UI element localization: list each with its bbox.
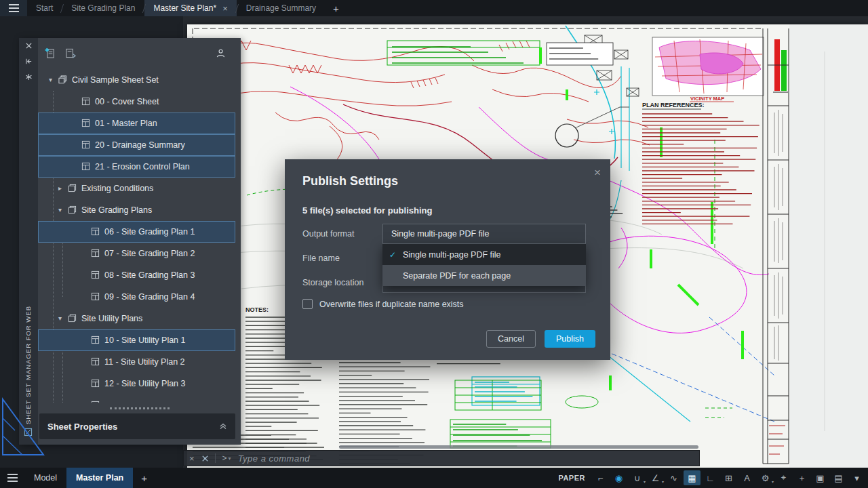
sheet-icon	[91, 292, 100, 301]
chevron-down-icon: ▾	[229, 455, 231, 462]
subobject-selection-icon[interactable]: ⌐	[592, 470, 609, 485]
sheet-icon	[91, 249, 100, 258]
close-dialog-icon[interactable]: ×	[594, 166, 601, 180]
tree-item-label: 09 - Site Grading Plan 4	[104, 292, 195, 302]
sheet-set-icon	[58, 75, 67, 84]
tree-item-label: 10 - Site Utility Plan 1	[104, 336, 186, 345]
chevron-down-icon: ▾	[644, 479, 646, 484]
tab-site-grading-plan[interactable]: Site Grading Plan	[62, 0, 144, 16]
chevron-down-icon[interactable]: ▾	[49, 76, 58, 83]
dropdown-option-separate-pdf-for-each-page[interactable]: Separate PDF for each page	[382, 265, 586, 286]
new-layout-button[interactable]: +	[133, 468, 155, 488]
overwrite-checkbox-label: Overwrite files if duplicate name exists	[319, 300, 464, 309]
paper-space-toggle[interactable]: PAPER	[558, 474, 585, 482]
layers-icon[interactable]: ▤	[830, 470, 847, 485]
close-panel-button[interactable]	[19, 38, 38, 54]
tree-item-10-site-utility-plan-1[interactable]: 10 - Site Utility Plan 1	[38, 329, 235, 351]
close-tab-icon[interactable]: ×	[222, 3, 228, 14]
overwrite-checkbox[interactable]	[302, 299, 313, 309]
sheet-icon	[91, 227, 100, 236]
command-input[interactable]: Type a command	[238, 453, 310, 464]
tab-label: Master Site Plan*	[153, 3, 216, 13]
select-value: Single multi-page PDF file	[391, 229, 490, 239]
app-menu-button[interactable]	[0, 0, 27, 16]
sheet-icon	[81, 140, 90, 149]
panel-resize-handle[interactable]	[38, 403, 241, 413]
checkmark-icon: ✓	[382, 250, 403, 260]
tree-item-folder-site-utility-plans[interactable]: ▾Site Utility Plans	[38, 308, 235, 329]
grid-display-icon[interactable]: ▦	[684, 470, 701, 485]
sketch-mode-icon[interactable]: ∿	[665, 470, 682, 485]
command-bar: × > ▾ Type a command	[183, 450, 700, 466]
settings-gear-icon[interactable]: ⚙▾	[757, 470, 774, 485]
tab-label: Site Grading Plan	[71, 3, 135, 13]
tree-item-sheet-set[interactable]: ▾Civil Sample Sheet Set	[38, 69, 235, 91]
tree-item-09-site-grading-plan-4[interactable]: 09 - Site Grading Plan 4	[38, 286, 235, 308]
chevron-down-icon[interactable]: ▾	[58, 314, 68, 322]
viewports-icon[interactable]: ⊞	[720, 470, 737, 485]
tree-item-07-site-grading-plan-2[interactable]: 07 - Site Grading Plan 2	[38, 243, 235, 264]
cancel-button[interactable]: Cancel	[486, 330, 536, 348]
output-format-label: Output format	[302, 229, 382, 239]
tree-item-20-drainage-summary[interactable]: 20 - Drainage Summary	[38, 134, 235, 156]
tree-item-06-site-grading-plan-1[interactable]: 06 - Site Grading Plan 1	[38, 221, 235, 243]
status-bar: Model Master Plan + PAPER ⌐◉∪▾∠▾∿▦∟⊞A⚙▾⌖…	[0, 468, 868, 488]
tab-start[interactable]: Start	[27, 0, 62, 16]
top-tab-bar: StartSite Grading PlanMaster Site Plan*×…	[0, 0, 868, 16]
chevron-up-double-icon	[219, 420, 227, 432]
tree-item-08-site-grading-plan-3[interactable]: 08 - Site Grading Plan 3	[38, 264, 235, 286]
panel-content: ▾Civil Sample Sheet Set00 - Cover Sheet0…	[38, 38, 241, 445]
tree-item-label: 00 - Cover Sheet	[95, 97, 159, 106]
chevron-down-icon: ▾	[772, 479, 774, 484]
collapse-panel-button[interactable]	[19, 54, 38, 69]
sheet-properties-bar[interactable]: Sheet Properties	[39, 413, 235, 439]
tree-item-12-site-utility-plan-3[interactable]: 12 - Site Utility Plan 3	[38, 373, 235, 394]
account-icon[interactable]	[216, 48, 226, 58]
dynamic-input-icon[interactable]: ⌖	[775, 470, 792, 485]
output-format-dropdown: ✓Single multi-page PDF fileSeparate PDF …	[382, 244, 586, 286]
more-tools-icon[interactable]: ▾	[848, 470, 865, 485]
output-format-select[interactable]: Single multi-page PDF file	[382, 224, 586, 244]
snapping-icon[interactable]: ◉	[610, 470, 627, 485]
form-row: Output format Single multi-page PDF file	[285, 222, 610, 246]
tree-item-label: 08 - Site Grading Plan 3	[104, 270, 195, 280]
object-snap-icon[interactable]: ∪▾	[629, 470, 646, 485]
dropdown-option-label: Single multi-page PDF file	[403, 250, 501, 260]
layout-tab-master-plan[interactable]: Master Plan	[66, 468, 133, 488]
command-tools-icon[interactable]	[201, 454, 210, 463]
storage-location-label: Storage location	[302, 278, 382, 287]
tree-item-11-site-utility-plan-2[interactable]: 11 - Site Utility Plan 2	[38, 351, 235, 373]
chevron-down-icon: ▾	[662, 479, 664, 484]
tree-item-21-erosion-control-plan[interactable]: 21 - Erosion Control Plan	[38, 156, 235, 178]
ortho-mode-icon[interactable]: ∟	[702, 470, 719, 485]
new-tab-button[interactable]: +	[325, 0, 347, 16]
tree-item-folder-site-grading-plans[interactable]: ▾Site Grading Plans	[38, 199, 235, 221]
tree-item-folder-existing-conditions[interactable]: ▸Existing Conditions	[38, 178, 235, 199]
tree-item-clipped[interactable]	[38, 394, 235, 403]
chevron-right-icon[interactable]: ▸	[58, 184, 68, 192]
tree-item-00-cover-sheet[interactable]: 00 - Cover Sheet	[38, 91, 235, 113]
crosshair-icon[interactable]: +	[793, 470, 810, 485]
polar-tracking-icon[interactable]: ∠▾	[647, 470, 664, 485]
vicinity-map: VICINITY MAP	[652, 37, 764, 102]
tree-item-01-master-plan[interactable]: 01 - Master Plan	[38, 113, 235, 134]
annotation-scale-icon[interactable]: A	[738, 470, 755, 485]
status-menu-button[interactable]	[0, 468, 24, 488]
tree-item-label: 21 - Erosion Control Plan	[95, 162, 190, 171]
selection-preview-icon[interactable]: ▣	[812, 470, 829, 485]
horizontal-scrollbar[interactable]	[339, 445, 698, 449]
tab-label: Start	[36, 3, 53, 13]
chevron-down-icon[interactable]: ▾	[58, 206, 68, 214]
model-tab[interactable]: Model	[24, 468, 66, 488]
tab-master-site-plan[interactable]: Master Site Plan*×	[144, 0, 236, 16]
pin-panel-button[interactable]	[19, 69, 38, 85]
new-sheet-button[interactable]	[45, 47, 56, 59]
publish-button[interactable]: Publish	[545, 330, 595, 348]
tree-item-label: 06 - Site Grading Plan 1	[104, 227, 195, 237]
dropdown-option-single-multi-page-pdf-file[interactable]: ✓Single multi-page PDF file	[382, 244, 586, 265]
close-command-bar-icon[interactable]: ×	[189, 453, 195, 464]
import-sheet-button[interactable]	[64, 47, 76, 59]
sheet-set-tree: ▾Civil Sample Sheet Set00 - Cover Sheet0…	[38, 69, 241, 403]
tab-drainage-summary[interactable]: Drainage Summary	[237, 0, 325, 16]
folder-icon	[68, 314, 77, 323]
